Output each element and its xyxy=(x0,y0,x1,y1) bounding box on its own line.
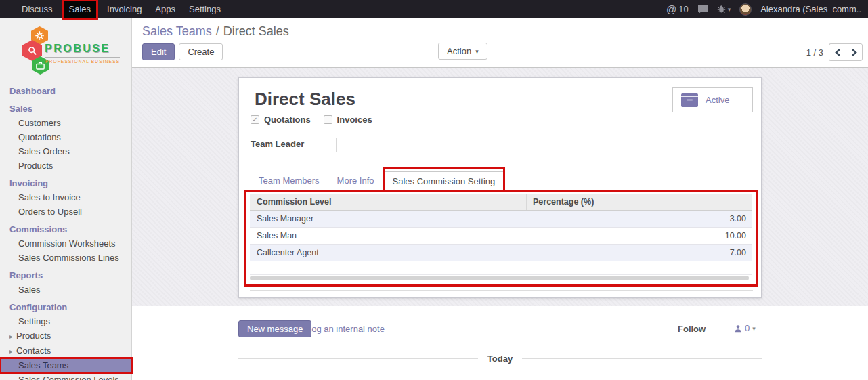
sidebar-item-sales-teams[interactable]: Sales Teams xyxy=(0,358,131,373)
checkbox-row: ✓ Quotations Invoices xyxy=(251,114,381,125)
invoices-checkbox[interactable] xyxy=(324,115,332,124)
notebook-tabs: Team Members More Info Sales Commission … xyxy=(250,171,752,191)
app-window: Discuss Sales Invoicing Apps Settings @ … xyxy=(0,0,868,380)
team-leader-row: Team Leader xyxy=(251,138,582,152)
chevron-down-icon: ▾ xyxy=(752,325,756,332)
nav-item-sales[interactable]: Sales xyxy=(64,1,97,18)
horizontal-scrollbar[interactable] xyxy=(250,276,749,280)
sidebar-item-settings[interactable]: Settings xyxy=(0,314,131,329)
sidebar-item-invoicing[interactable]: Invoicing xyxy=(0,176,131,190)
navbar-systray: @ 10 ▾ Alexandra (Sales_comm.. xyxy=(666,3,868,16)
action-dropdown-button[interactable]: Action ▾ xyxy=(438,43,487,60)
expand-caret-icon: ▸ xyxy=(9,333,13,340)
brand-tagline: PROFESSIONAL BUSINESS xyxy=(45,57,120,64)
team-leader-label: Team Leader xyxy=(251,138,337,152)
pager: 1 / 3 xyxy=(806,43,863,61)
today-divider: Today xyxy=(238,354,762,364)
sidebar-item-sales-commission-levels[interactable]: Sales Commission Levels xyxy=(0,373,131,380)
divider-line xyxy=(522,358,762,359)
mention-counter[interactable]: @ 10 xyxy=(666,3,689,15)
sidebar-item-config-products[interactable]: ▸Products xyxy=(0,329,131,343)
sidebar-item-sales-to-invoice[interactable]: Sales to Invoice xyxy=(0,190,131,205)
quotations-checkbox[interactable]: ✓ xyxy=(251,115,259,124)
sidebar-item-customers[interactable]: Customers xyxy=(0,116,131,130)
table-row[interactable]: Sales Man 10.00 xyxy=(250,228,752,245)
nav-item-settings[interactable]: Settings xyxy=(182,0,227,18)
app-menu: Discuss Sales Invoicing Apps Settings xyxy=(0,0,227,18)
user-menu[interactable]: Alexandra (Sales_comm.. xyxy=(760,4,861,14)
chevron-down-icon: ▾ xyxy=(728,6,731,13)
control-panel: Sales Teams/Direct Sales Edit Create Act… xyxy=(132,18,868,68)
top-navbar: Discuss Sales Invoicing Apps Settings @ … xyxy=(0,0,868,18)
form-view: Direct Sales ✓ Quotations Invoices Team … xyxy=(132,68,868,306)
debug-menu-button[interactable]: ▾ xyxy=(717,5,731,14)
sidebar-item-reports[interactable]: Reports xyxy=(0,268,131,282)
tab-more-info[interactable]: More Info xyxy=(328,171,383,190)
empty-table-row xyxy=(250,261,752,275)
sidebar-item-commissions[interactable]: Commissions xyxy=(0,222,131,236)
bug-icon xyxy=(717,5,726,14)
table-header-row: Commission Level Percentage (%) xyxy=(250,194,752,211)
pager-next-button[interactable] xyxy=(846,43,863,61)
cell-percentage: 10.00 xyxy=(527,228,752,244)
form-sheet: Direct Sales ✓ Quotations Invoices Team … xyxy=(238,77,762,298)
pager-previous-button[interactable] xyxy=(829,43,846,61)
column-header-percentage[interactable]: Percentage (%) xyxy=(527,194,752,210)
create-button[interactable]: Create xyxy=(179,43,223,60)
tab-sales-commission-setting[interactable]: Sales Commission Setting xyxy=(383,171,505,190)
sidebar-item-orders-to-upsell[interactable]: Orders to Upsell xyxy=(0,205,131,219)
user-avatar[interactable] xyxy=(739,3,752,16)
mention-count: 10 xyxy=(678,4,688,14)
active-stat-button[interactable]: Active xyxy=(672,87,753,112)
cell-percentage: 7.00 xyxy=(527,245,752,261)
cell-percentage: 3.00 xyxy=(527,211,752,227)
nav-item-apps[interactable]: Apps xyxy=(148,0,182,18)
breadcrumb-sales-teams[interactable]: Sales Teams xyxy=(142,24,212,38)
sidebar-item-reports-sales[interactable]: Sales xyxy=(0,282,131,297)
breadcrumb-separator: / xyxy=(216,24,219,38)
sidebar-item-sales-commissions-lines[interactable]: Sales Commissions Lines xyxy=(0,251,131,265)
archive-box-icon xyxy=(681,93,698,107)
sidebar-item-dashboard[interactable]: Dashboard xyxy=(0,84,131,98)
follow-button[interactable]: Follow xyxy=(678,324,706,334)
nav-item-invoicing[interactable]: Invoicing xyxy=(100,0,148,18)
messages-button[interactable] xyxy=(697,5,708,14)
sidebar-item-label: Products xyxy=(16,331,51,341)
sidebar-item-commission-worksheets[interactable]: Commission Worksheets xyxy=(0,236,131,251)
edit-button[interactable]: Edit xyxy=(142,43,175,60)
expand-caret-icon: ▸ xyxy=(9,347,13,355)
action-label: Action xyxy=(447,46,471,56)
divider-line xyxy=(238,358,478,359)
sidebar-item-quotations[interactable]: Quotations xyxy=(0,130,131,144)
sidebar-menu: Dashboard Sales Customers Quotations Sal… xyxy=(0,78,131,380)
tab-team-members[interactable]: Team Members xyxy=(250,171,328,190)
cell-commission-level: Sales Manager xyxy=(250,211,527,227)
sidebar-item-configuration[interactable]: Configuration xyxy=(0,300,131,314)
sidebar-item-contacts[interactable]: ▸Contacts xyxy=(0,343,131,358)
cell-commission-level: Sales Man xyxy=(250,228,527,244)
table-row[interactable]: Callcenter Agent 7.00 xyxy=(250,245,752,261)
commission-table: Commission Level Percentage (%) Sales Ma… xyxy=(250,194,752,280)
sidebar-item-products[interactable]: Products xyxy=(0,159,131,173)
follower-person-icon xyxy=(734,324,742,333)
table-row[interactable]: Sales Manager 3.00 xyxy=(250,211,752,228)
quotations-label: Quotations xyxy=(264,114,311,125)
active-label: Active xyxy=(706,95,729,105)
form-buttons: Edit Create xyxy=(142,43,223,60)
column-header-commission-level[interactable]: Commission Level xyxy=(250,194,527,210)
sidebar-item-sales[interactable]: Sales xyxy=(0,102,131,116)
chevron-down-icon: ▾ xyxy=(475,48,479,55)
breadcrumb: Sales Teams/Direct Sales xyxy=(142,24,289,39)
company-logo[interactable]: PROBUSE PROFESSIONAL BUSINESS xyxy=(0,18,131,78)
sheet-divider xyxy=(250,290,753,291)
team-leader-field[interactable] xyxy=(337,138,582,152)
sidebar: PROBUSE PROFESSIONAL BUSINESS Dashboard … xyxy=(0,18,132,380)
new-message-button[interactable]: New message xyxy=(238,320,311,337)
log-internal-note-link[interactable]: Log an internal note xyxy=(307,324,385,334)
breadcrumb-current: Direct Sales xyxy=(223,24,289,38)
chevron-left-icon xyxy=(835,49,841,56)
followers-dropdown[interactable]: 0 ▾ xyxy=(734,323,756,333)
nav-item-discuss[interactable]: Discuss xyxy=(15,0,60,18)
record-title: Direct Sales xyxy=(255,89,355,110)
sidebar-item-sales-orders[interactable]: Sales Orders xyxy=(0,144,131,159)
